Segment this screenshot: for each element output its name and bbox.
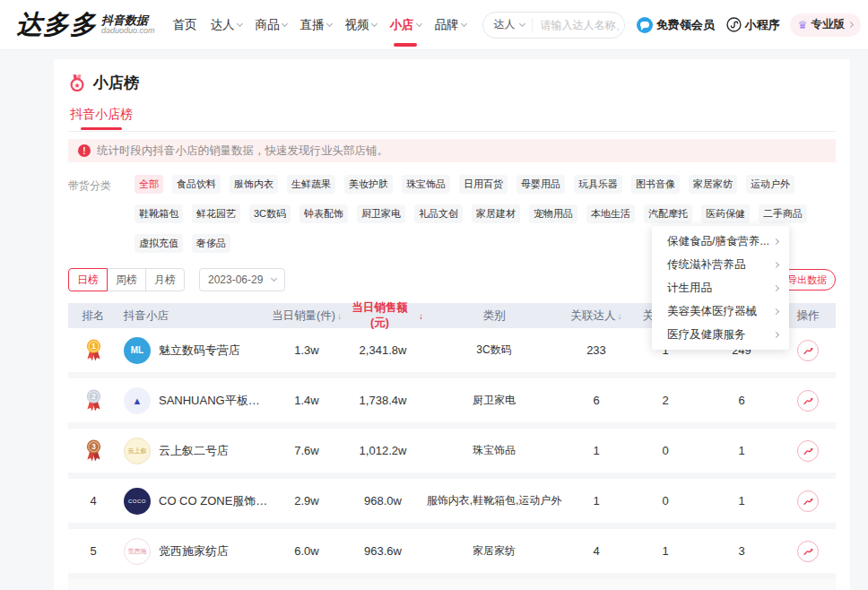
info-icon xyxy=(78,144,91,157)
logo-main: 达多多 xyxy=(16,7,97,43)
bronze-medal-icon: 3 xyxy=(83,438,104,463)
period-day-button[interactable]: 日榜 xyxy=(68,268,108,291)
category-pill[interactable]: 食品饮料 xyxy=(172,175,221,194)
nav-item-brand[interactable]: 品牌 xyxy=(433,12,468,39)
category-pill[interactable]: 本地生活 xyxy=(586,204,635,223)
shop-name[interactable]: 云上叙二号店 xyxy=(159,443,229,459)
shop-avatar[interactable]: ML xyxy=(124,337,151,364)
lives-cell: 2 xyxy=(628,394,703,407)
category-pill[interactable]: 宠物用品 xyxy=(529,204,577,223)
logo[interactable]: 达多多 抖音数据 daduoduo.com xyxy=(16,7,155,43)
tab-douyin-shop-rank[interactable]: 抖音小店榜 xyxy=(68,107,135,121)
tab-bar: 抖音小店榜 xyxy=(68,106,836,132)
lives-cell: 1 xyxy=(628,544,703,558)
table-row: 5 觉西施 觉西施家纺店 6.0w 963.6w 家居家纺 4 1 3 xyxy=(68,529,836,573)
trend-chart-button[interactable] xyxy=(797,340,819,361)
videos-cell: 6 xyxy=(703,394,780,407)
category-pill[interactable]: 母婴用品 xyxy=(516,175,565,194)
miniprogram-button[interactable]: 小程序 xyxy=(726,17,780,33)
sort-down-icon: ↓ xyxy=(337,311,342,321)
header-rank: 排名 xyxy=(68,308,118,324)
category-pill[interactable]: 珠宝饰品 xyxy=(402,175,450,194)
shop-name[interactable]: 魅立数码专营店 xyxy=(159,343,240,359)
sales-count-cell: 1.4w xyxy=(271,394,343,407)
category-pill[interactable]: 美妆护肤 xyxy=(344,175,393,194)
shop-name[interactable]: SANHUANG平板电视... xyxy=(159,393,268,409)
nav-item-live[interactable]: 直播 xyxy=(299,12,334,39)
svg-text:2: 2 xyxy=(91,393,96,401)
rank-cell: 1 xyxy=(68,338,118,362)
category-pill[interactable]: 家居家纺 xyxy=(689,175,737,194)
period-week-button[interactable]: 周榜 xyxy=(107,268,146,291)
category-pill-medical[interactable]: 医药保健 xyxy=(701,204,750,223)
category-pill[interactable]: 奢侈品 xyxy=(192,234,230,253)
search-category-select[interactable]: 达人 xyxy=(483,18,533,32)
shop-name[interactable]: 觉西施家纺店 xyxy=(159,543,229,560)
category-pill[interactable]: 服饰内衣 xyxy=(230,175,278,194)
shop-name[interactable]: CO CO ZONE服饰旗舰店 xyxy=(159,493,268,509)
search-input[interactable] xyxy=(533,19,625,31)
videos-cell: 3 xyxy=(703,544,780,558)
shop-avatar[interactable]: 云上叙 xyxy=(124,438,151,464)
category-pill[interactable]: 礼品文创 xyxy=(414,204,463,223)
nav-item-home[interactable]: 首页 xyxy=(171,12,199,39)
submenu-item[interactable]: 保健食品/膳食营养... xyxy=(652,230,789,253)
submenu-item[interactable]: 美容美体医疗器械 xyxy=(652,299,789,323)
submenu-item[interactable]: 医疗及健康服务 xyxy=(652,323,789,346)
miniprogram-icon xyxy=(726,17,742,32)
header-talents[interactable]: 关联达人↓ xyxy=(565,308,628,324)
nav-item-product[interactable]: 商品 xyxy=(254,12,289,39)
category-pill[interactable]: 二手商品 xyxy=(759,204,807,223)
talents-cell: 1 xyxy=(565,444,628,457)
shop-cell: 觉西施 觉西施家纺店 xyxy=(118,538,271,565)
rank-cell: 4 xyxy=(68,494,118,508)
period-month-button[interactable]: 月榜 xyxy=(145,268,185,291)
trend-chart-button[interactable] xyxy=(797,541,819,562)
category-pill[interactable]: 虚拟充值 xyxy=(135,234,183,253)
header-sales-amount[interactable]: 当日销售额(元)↓ xyxy=(343,300,423,331)
category-pill[interactable]: 厨卫家电 xyxy=(357,204,405,223)
category-pill[interactable]: 钟表配饰 xyxy=(299,204,348,223)
chevron-down-icon xyxy=(237,20,243,26)
nav-item-talent[interactable]: 达人 xyxy=(209,12,244,39)
category-pill[interactable]: 汽配摩托 xyxy=(644,204,692,223)
shop-avatar[interactable]: 觉西施 xyxy=(124,538,151,565)
submenu-item[interactable]: 计生用品 xyxy=(652,276,789,299)
trend-line-icon xyxy=(803,545,814,557)
shop-avatar[interactable]: ▲ xyxy=(124,387,151,414)
category-cell: 家居家纺 xyxy=(423,543,565,559)
sales-amount-cell: 963.6w xyxy=(343,544,423,558)
chevron-right-icon xyxy=(773,238,779,244)
rank-cell: 5 xyxy=(68,544,118,558)
category-pill[interactable]: 鞋靴箱包 xyxy=(135,204,183,223)
talents-cell: 6 xyxy=(565,394,628,407)
trend-chart-button[interactable] xyxy=(797,440,819,462)
category-cell: 珠宝饰品 xyxy=(423,443,565,458)
header-sales-count[interactable]: 当日销量(件)↓ xyxy=(271,308,343,324)
talents-cell: 1 xyxy=(565,494,628,508)
category-pill[interactable]: 玩具乐器 xyxy=(574,175,622,194)
category-pill[interactable]: 日用百货 xyxy=(459,175,508,194)
date-picker[interactable]: 2023-06-29 xyxy=(199,268,285,291)
free-vip-button[interactable]: 免费领会员 xyxy=(637,17,715,33)
category-pill[interactable]: 家居建材 xyxy=(472,204,520,223)
category-pill[interactable]: 3C数码 xyxy=(249,204,291,223)
category-pill[interactable]: 图书音像 xyxy=(631,175,680,194)
category-pill[interactable]: 鲜花园艺 xyxy=(192,204,240,223)
trend-chart-button[interactable] xyxy=(797,490,819,512)
category-pill[interactable]: 生鲜蔬果 xyxy=(287,175,335,194)
category-pill-all[interactable]: 全部 xyxy=(135,175,163,194)
submenu-item[interactable]: 传统滋补营养品 xyxy=(652,253,789,276)
nav-item-shop[interactable]: 小店 xyxy=(388,12,423,39)
videos-cell: 1 xyxy=(703,444,780,457)
trend-chart-button[interactable] xyxy=(797,390,819,412)
shop-avatar[interactable]: COCO xyxy=(124,488,151,515)
shop-cell: ML 魅立数码专营店 xyxy=(118,337,271,364)
sales-count-cell: 7.6w xyxy=(271,444,343,457)
category-pill[interactable]: 运动户外 xyxy=(746,175,794,194)
nav-item-video[interactable]: 视频 xyxy=(343,12,378,39)
next-row-partial xyxy=(68,579,836,590)
sales-amount-cell: 968.0w xyxy=(343,494,423,508)
pro-version-button[interactable]: ♛ 专业版 xyxy=(790,13,861,37)
chat-bubble-icon xyxy=(637,17,653,33)
